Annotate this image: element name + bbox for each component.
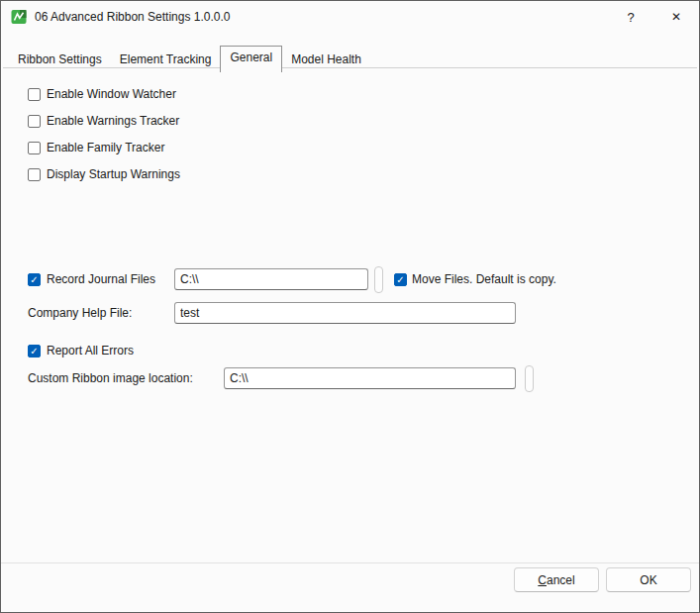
check-icon: ✓ <box>396 274 404 285</box>
close-icon[interactable]: ✕ <box>653 1 699 33</box>
enable-family-tracker-checkbox[interactable] <box>28 142 41 154</box>
custom-ribbon-path-input[interactable] <box>224 367 516 389</box>
ok-button[interactable]: OK <box>606 567 691 592</box>
help-icon[interactable]: ? <box>608 1 653 33</box>
tab-model-health[interactable]: Model Health <box>282 49 370 72</box>
move-files-label[interactable]: Move Files. Default is copy. <box>412 272 556 287</box>
tab-element-tracking[interactable]: Element Tracking <box>111 49 221 72</box>
report-all-errors-checkbox[interactable]: ✓ <box>28 345 41 358</box>
enable-warnings-tracker-label[interactable]: Enable Warnings Tracker <box>47 114 179 129</box>
custom-ribbon-image-location-label: Custom Ribbon image location: <box>28 371 193 386</box>
check-icon: ✓ <box>30 274 38 285</box>
report-all-errors-label[interactable]: Report All Errors <box>47 344 134 358</box>
titlebar: 06 Advanced Ribbon Settings 1.0.0.0 ? ✕ <box>1 1 699 33</box>
record-journal-files-checkbox[interactable]: ✓ <box>28 273 41 286</box>
journal-browse-button[interactable] <box>374 266 383 293</box>
advanced-ribbon-settings-dialog: 06 Advanced Ribbon Settings 1.0.0.0 ? ✕ … <box>0 0 700 613</box>
company-help-file-label: Company Help File: <box>28 306 132 321</box>
display-startup-warnings-checkbox[interactable] <box>28 168 41 181</box>
move-files-checkbox[interactable]: ✓ <box>394 273 407 286</box>
app-icon <box>11 9 27 25</box>
enable-warnings-tracker-checkbox[interactable] <box>28 115 41 128</box>
cancel-button[interactable]: Cancel <box>514 567 599 592</box>
window-title: 06 Advanced Ribbon Settings 1.0.0.0 <box>35 10 230 24</box>
enable-window-watcher-checkbox[interactable] <box>28 88 41 101</box>
enable-window-watcher-label[interactable]: Enable Window Watcher <box>47 87 176 102</box>
custom-ribbon-browse-button[interactable] <box>525 365 534 392</box>
enable-family-tracker-label[interactable]: Enable Family Tracker <box>47 141 164 155</box>
tab-strip: Ribbon Settings Element Tracking General… <box>9 46 370 72</box>
footer-divider <box>1 562 699 563</box>
display-startup-warnings-label[interactable]: Display Startup Warnings <box>47 167 180 182</box>
company-help-file-input[interactable] <box>174 302 516 324</box>
tab-ribbon-settings[interactable]: Ribbon Settings <box>9 49 111 72</box>
ok-label: OK <box>607 573 690 587</box>
cancel-label: Cancel <box>515 573 598 587</box>
check-icon: ✓ <box>30 346 38 357</box>
tab-general[interactable]: General <box>220 46 282 72</box>
journal-path-input[interactable] <box>174 268 368 290</box>
record-journal-files-label[interactable]: Record Journal Files <box>47 272 155 287</box>
